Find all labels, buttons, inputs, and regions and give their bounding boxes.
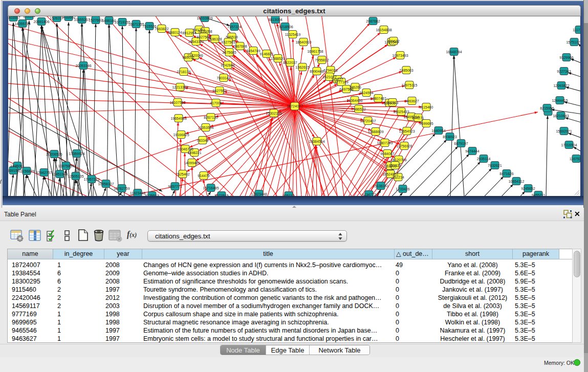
svg-text:7485003: 7485003 bbox=[399, 69, 413, 72]
svg-text:19384554: 19384554 bbox=[309, 140, 324, 143]
svg-text:783342: 783342 bbox=[197, 139, 208, 142]
svg-text:10807487: 10807487 bbox=[370, 97, 386, 100]
svg-text:7632621: 7632621 bbox=[488, 164, 502, 167]
svg-text:6879197: 6879197 bbox=[454, 142, 468, 145]
svg-text:3624554: 3624554 bbox=[359, 91, 373, 95]
svg-text:16154838: 16154838 bbox=[376, 28, 391, 32]
svg-text:417006: 417006 bbox=[210, 101, 222, 105]
svg-text:7803144: 7803144 bbox=[216, 76, 230, 80]
svg-text:8813054: 8813054 bbox=[268, 18, 282, 21]
svg-text:10654112: 10654112 bbox=[509, 180, 525, 183]
svg-text:10973493: 10973493 bbox=[392, 54, 408, 57]
svg-text:16543392: 16543392 bbox=[188, 40, 204, 43]
svg-text:13654923: 13654923 bbox=[399, 129, 415, 133]
svg-text:15692971: 15692971 bbox=[556, 129, 572, 133]
svg-text:10046736: 10046736 bbox=[177, 147, 193, 151]
svg-text:1117293: 1117293 bbox=[573, 28, 581, 32]
svg-text:18807249: 18807249 bbox=[377, 141, 393, 145]
svg-text:12505135: 12505135 bbox=[68, 174, 83, 178]
svg-text:914479: 914479 bbox=[198, 174, 209, 178]
svg-text:9657771: 9657771 bbox=[168, 185, 182, 188]
svg-text:9245652: 9245652 bbox=[521, 187, 535, 190]
svg-text:11923448: 11923448 bbox=[130, 191, 146, 195]
svg-text:203394: 203394 bbox=[23, 16, 35, 18]
svg-text:151325: 151325 bbox=[389, 164, 401, 167]
svg-text:19654983: 19654983 bbox=[170, 117, 186, 120]
svg-text:9329966: 9329966 bbox=[559, 56, 573, 59]
svg-text:9699695: 9699695 bbox=[419, 122, 433, 125]
svg-text:8215955: 8215955 bbox=[540, 106, 554, 110]
svg-text:139672: 139672 bbox=[387, 39, 399, 43]
svg-text:8660124: 8660124 bbox=[168, 31, 182, 34]
svg-text:25302135: 25302135 bbox=[266, 112, 281, 115]
svg-text:11451944: 11451944 bbox=[52, 172, 68, 176]
svg-text:9327503: 9327503 bbox=[221, 40, 235, 44]
svg-text:9777169: 9777169 bbox=[334, 80, 348, 84]
svg-text:7625402: 7625402 bbox=[176, 172, 189, 176]
svg-text:844271: 844271 bbox=[412, 116, 424, 120]
svg-text:16033809: 16033809 bbox=[197, 16, 212, 20]
svg-text:9227343: 9227343 bbox=[557, 70, 571, 73]
svg-text:5226058: 5226058 bbox=[198, 30, 212, 33]
svg-text:2718176: 2718176 bbox=[177, 70, 190, 74]
svg-text:9242848: 9242848 bbox=[221, 63, 234, 67]
svg-text:7955812: 7955812 bbox=[315, 58, 329, 62]
svg-text:9084067: 9084067 bbox=[380, 152, 394, 156]
svg-text:3675685: 3675685 bbox=[222, 51, 236, 54]
svg-text:252214: 252214 bbox=[392, 176, 404, 179]
svg-text:9146821: 9146821 bbox=[259, 52, 273, 56]
svg-text:21364436: 21364436 bbox=[346, 99, 362, 102]
svg-text:9115460: 9115460 bbox=[420, 105, 433, 109]
svg-text:16648784: 16648784 bbox=[446, 50, 462, 54]
svg-text:12942757: 12942757 bbox=[36, 171, 52, 174]
svg-text:18724007: 18724007 bbox=[287, 104, 302, 108]
svg-text:9474444: 9474444 bbox=[465, 149, 479, 153]
svg-text:16671355: 16671355 bbox=[128, 23, 144, 26]
svg-text:602113: 602113 bbox=[387, 101, 399, 104]
svg-text:7663822: 7663822 bbox=[155, 27, 168, 31]
svg-text:12923448: 12923448 bbox=[251, 192, 267, 196]
svg-text:1733426: 1733426 bbox=[396, 187, 409, 191]
svg-text:1935061: 1935061 bbox=[10, 164, 24, 168]
svg-text:15136141: 15136141 bbox=[373, 184, 388, 188]
svg-text:11353594: 11353594 bbox=[198, 126, 214, 129]
svg-text:1403557: 1403557 bbox=[8, 16, 20, 19]
svg-text:10655267: 10655267 bbox=[74, 18, 90, 21]
svg-text:15720407: 15720407 bbox=[360, 119, 376, 123]
svg-text:12213369: 12213369 bbox=[172, 85, 188, 89]
svg-text:16961758: 16961758 bbox=[307, 50, 323, 53]
svg-text:1640954: 1640954 bbox=[431, 129, 445, 133]
svg-text:939154: 939154 bbox=[8, 169, 19, 172]
svg-text:546518: 546518 bbox=[226, 35, 237, 39]
svg-text:11325419: 11325419 bbox=[285, 33, 301, 36]
svg-text:10025433: 10025433 bbox=[393, 110, 409, 114]
svg-text:17016504: 17016504 bbox=[561, 143, 577, 147]
svg-text:8267130: 8267130 bbox=[204, 116, 217, 119]
svg-text:8454749: 8454749 bbox=[246, 49, 260, 53]
svg-text:20206526: 20206526 bbox=[46, 152, 62, 156]
svg-text:8938923: 8938923 bbox=[443, 135, 456, 139]
svg-text:16120746: 16120746 bbox=[390, 158, 406, 162]
svg-text:1167534: 1167534 bbox=[570, 157, 581, 161]
svg-text:6794028: 6794028 bbox=[323, 69, 337, 72]
svg-text:12975115: 12975115 bbox=[402, 83, 418, 87]
svg-text:19166825: 19166825 bbox=[173, 133, 189, 137]
svg-text:14055714: 14055714 bbox=[14, 22, 30, 26]
svg-text:19756928: 19756928 bbox=[396, 144, 412, 148]
svg-text:12444415: 12444415 bbox=[552, 99, 568, 102]
svg-text:12093872: 12093872 bbox=[553, 84, 569, 87]
svg-text:16782759: 16782759 bbox=[114, 187, 129, 190]
svg-text:15751074: 15751074 bbox=[566, 40, 581, 44]
svg-text:2935114: 2935114 bbox=[477, 157, 491, 161]
svg-text:2867608: 2867608 bbox=[233, 45, 247, 48]
svg-text:1527602: 1527602 bbox=[89, 18, 102, 22]
svg-text:8912954: 8912954 bbox=[182, 31, 196, 35]
svg-text:1362615: 1362615 bbox=[295, 65, 309, 69]
svg-text:20691406: 20691406 bbox=[33, 20, 49, 24]
svg-text:11156829: 11156829 bbox=[19, 169, 34, 173]
svg-text:14099489: 14099489 bbox=[184, 161, 200, 165]
svg-text:16210643: 16210643 bbox=[553, 114, 569, 118]
svg-text:8990448: 8990448 bbox=[310, 70, 323, 73]
svg-text:19218506: 19218506 bbox=[277, 25, 293, 29]
svg-text:989012: 989012 bbox=[182, 56, 194, 59]
